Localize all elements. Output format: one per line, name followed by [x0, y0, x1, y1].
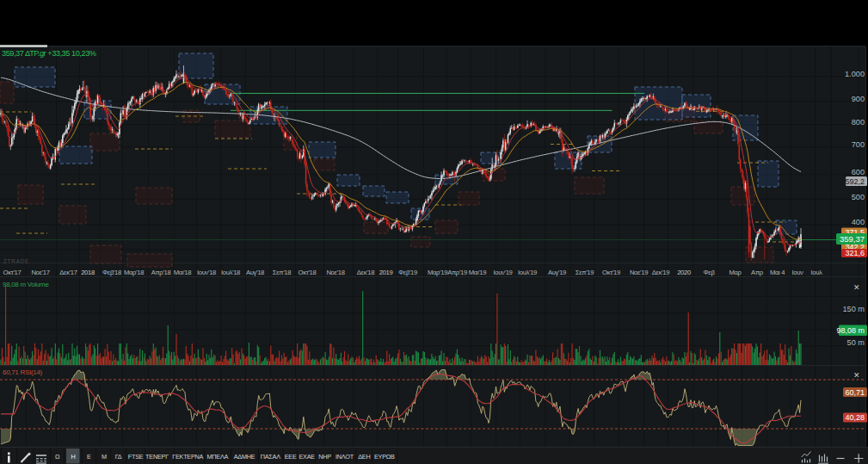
svg-text:Απρ: Απρ	[751, 269, 764, 276]
svg-text:Δεκ'19: Δεκ'19	[652, 269, 669, 276]
svg-text:Οκτ'18: Οκτ'18	[299, 269, 317, 276]
svg-text:Οκτ'17: Οκτ'17	[3, 269, 22, 276]
svg-text:ΓΔ: ΓΔ	[115, 453, 122, 461]
svg-text:ΑΔΜΗΕ: ΑΔΜΗΕ	[234, 453, 255, 461]
svg-text:40,28: 40,28	[845, 413, 865, 422]
svg-text:FTSE: FTSE	[128, 453, 144, 461]
svg-text:Οκτ'19: Οκτ'19	[602, 269, 620, 276]
svg-text:60,71 RSI(14): 60,71 RSI(14)	[3, 368, 43, 376]
svg-text:Φεβ'18: Φεβ'18	[102, 269, 121, 276]
svg-text:ΝΗΡ: ΝΗΡ	[318, 453, 331, 461]
svg-text:98,08 m Volume: 98,08 m Volume	[3, 281, 49, 288]
svg-text:Φεβ'19: Φεβ'19	[398, 269, 417, 276]
svg-text:359,37: 359,37	[840, 234, 865, 244]
svg-text:Μαι 4: Μαι 4	[770, 269, 785, 276]
svg-text:Η: Η	[71, 453, 76, 461]
svg-text:Ε: Ε	[87, 453, 91, 461]
svg-text:98,08 m: 98,08 m	[836, 326, 865, 335]
svg-text:ZTRADE: ZTRADE	[3, 258, 29, 264]
svg-text:Φεβ: Φεβ	[704, 269, 716, 276]
svg-text:Ιουν: Ιουν	[791, 269, 803, 276]
svg-text:900: 900	[852, 95, 865, 103]
svg-text:Μαι'19: Μαι'19	[469, 269, 487, 276]
svg-text:Αυγ'18: Αυγ'18	[246, 269, 264, 276]
svg-text:400: 400	[852, 218, 865, 226]
svg-text:359,37 ΔΤΡ.gr +33,35 10,23%: 359,37 ΔΤΡ.gr +33,35 10,23%	[2, 49, 96, 58]
svg-text:321,6: 321,6	[845, 249, 865, 257]
svg-text:ΜΠΕΛΑ: ΜΠΕΛΑ	[206, 453, 228, 461]
svg-text:700: 700	[852, 140, 865, 149]
svg-text:Νοε'19: Νοε'19	[630, 269, 648, 276]
svg-text:Απρ'18: Απρ'18	[151, 269, 171, 276]
svg-text:✕: ✕	[853, 371, 860, 380]
svg-text:Σεπ'18: Σεπ'18	[273, 269, 291, 276]
svg-text:800: 800	[852, 118, 865, 127]
svg-text:Ιουλ'19: Ιουλ'19	[518, 269, 537, 276]
svg-text:Μ: Μ	[102, 453, 107, 461]
svg-text:✕: ✕	[853, 283, 860, 292]
svg-text:150 m: 150 m	[842, 305, 865, 313]
svg-text:ΕΥΡΩΒ: ΕΥΡΩΒ	[374, 453, 395, 461]
svg-text:ΤΕΝΕΡΓ: ΤΕΝΕΡΓ	[145, 453, 169, 461]
svg-text:Μαι'18: Μαι'18	[174, 269, 192, 276]
svg-text:Ιουλ'18: Ιουλ'18	[221, 269, 240, 276]
svg-text:Μαρ'18: Μαρ'18	[124, 269, 144, 276]
svg-text:ΔΕΗ: ΔΕΗ	[358, 453, 370, 461]
svg-text:Μαρ'19: Μαρ'19	[428, 269, 447, 276]
svg-text:1.000: 1.000	[845, 70, 865, 78]
svg-text:Σεπ'19: Σεπ'19	[576, 269, 594, 276]
svg-text:Ω: Ω	[55, 453, 60, 461]
svg-text:2018: 2018	[81, 269, 95, 276]
svg-text:Ιουν'18: Ιουν'18	[197, 269, 216, 276]
svg-text:ΕΕΕ: ΕΕΕ	[285, 453, 297, 461]
svg-text:500: 500	[852, 193, 865, 201]
svg-text:ΠΑΣΑΛ: ΠΑΣΑΛ	[261, 453, 281, 461]
svg-text:Μαρ: Μαρ	[729, 269, 742, 276]
svg-text:Νοε'17: Νοε'17	[31, 269, 49, 276]
svg-text:Δεκ'17: Δεκ'17	[59, 269, 77, 276]
svg-text:Απρ'19: Απρ'19	[447, 269, 467, 276]
svg-text:Δεκ'18: Δεκ'18	[357, 269, 374, 276]
svg-text:ΙΝΛΟΤ: ΙΝΛΟΤ	[336, 453, 354, 461]
svg-text:2019: 2019	[379, 269, 393, 276]
svg-text:Αυγ'19: Αυγ'19	[548, 269, 566, 276]
svg-text:ΓΕΚΤΕΡΝΑ: ΓΕΚΤΕΡΝΑ	[172, 453, 203, 461]
svg-text:60,71: 60,71	[845, 388, 865, 397]
svg-text:600: 600	[852, 168, 865, 176]
svg-text:ΕΧΑΕ: ΕΧΑΕ	[299, 453, 315, 461]
svg-text:Ιουν'19: Ιουν'19	[493, 269, 512, 276]
svg-text:Ιουλ: Ιουλ	[810, 269, 822, 276]
svg-text:Νοε'18: Νοε'18	[326, 269, 344, 276]
svg-text:592,2: 592,2	[845, 177, 865, 186]
svg-text:50 m: 50 m	[847, 338, 865, 347]
svg-text:2020: 2020	[677, 269, 691, 276]
